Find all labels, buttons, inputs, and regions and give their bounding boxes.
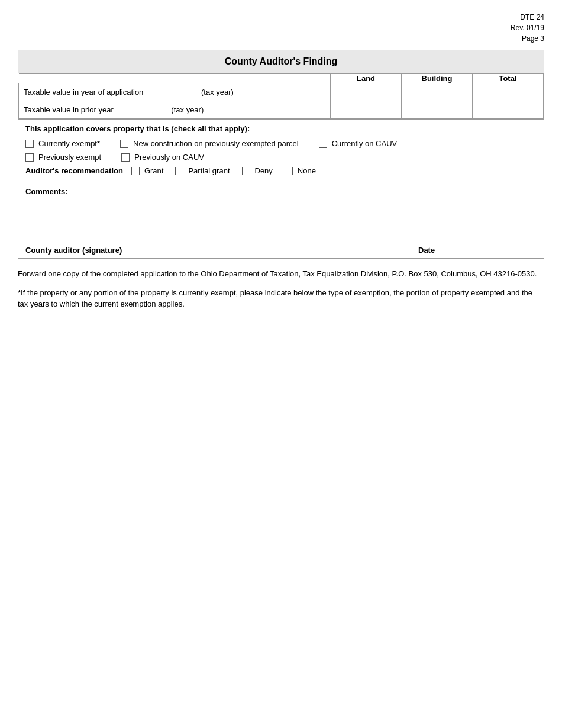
- footer-paragraph-2: *If the property or any portion of the p…: [18, 287, 544, 310]
- new-construction-checkbox[interactable]: [120, 140, 128, 148]
- currently-on-cauv-checkbox[interactable]: [319, 140, 327, 148]
- previously-exempt-label: Previously exempt: [38, 153, 101, 162]
- footer-paragraph-1: Forward one copy of the completed applic…: [18, 268, 544, 280]
- currently-exempt-checkbox[interactable]: [25, 140, 34, 148]
- none-checkbox[interactable]: [285, 167, 293, 175]
- county-auditor-label: County auditor (signature): [25, 246, 191, 255]
- currently-exempt-label: Currently exempt*: [38, 139, 100, 148]
- signature-row: County auditor (signature) Date: [18, 240, 544, 258]
- partial-grant-checkbox[interactable]: [175, 167, 183, 175]
- currently-on-cauv-label: Currently on CAUV: [332, 139, 398, 148]
- previously-on-cauv-checkbox[interactable]: [121, 153, 130, 162]
- form-title: County Auditor's Finding: [18, 50, 544, 73]
- county-auditor-signature: County auditor (signature): [25, 244, 191, 255]
- comments-area[interactable]: [25, 199, 537, 235]
- row2-land[interactable]: [331, 101, 402, 119]
- property-section: This application covers property that is…: [18, 119, 544, 182]
- deny-checkbox[interactable]: [242, 167, 250, 175]
- date-field: Date: [418, 244, 537, 255]
- row2-total[interactable]: [473, 101, 544, 119]
- previously-exempt-checkbox[interactable]: [25, 153, 34, 162]
- row1-total[interactable]: [473, 83, 544, 101]
- grant-label: Grant: [144, 166, 164, 175]
- checkbox-row-1: Currently exempt* New construction on pr…: [25, 139, 537, 148]
- none-label: None: [298, 166, 316, 175]
- recommendation-label: Auditor's recommendation: [25, 166, 123, 175]
- date-label: Date: [418, 246, 537, 255]
- comments-label: Comments:: [25, 187, 68, 196]
- new-construction-label: New construction on previously exempted …: [133, 139, 299, 148]
- row2-label: Taxable value in prior year (tax year): [19, 101, 331, 119]
- row1-land[interactable]: [331, 83, 402, 101]
- checkbox-row-2: Previously exempt Previously on CAUV: [25, 153, 537, 162]
- grant-checkbox[interactable]: [131, 167, 140, 175]
- comments-section: Comments:: [18, 182, 544, 240]
- footer: Forward one copy of the completed applic…: [18, 268, 544, 310]
- row2-building[interactable]: [402, 101, 473, 119]
- property-heading: This application covers property that is…: [25, 124, 250, 133]
- values-table: Land Building Total Taxable value in yea…: [18, 73, 544, 119]
- total-header: Total: [473, 74, 544, 83]
- main-form-box: County Auditor's Finding Land Building T…: [18, 50, 544, 259]
- row1-label: Taxable value in year of application (ta…: [19, 83, 331, 101]
- recommendation-row: Auditor's recommendation Grant Partial g…: [25, 166, 537, 175]
- page-reference: DTE 24 Rev. 01/19 Page 3: [18, 12, 544, 44]
- deny-label: Deny: [255, 166, 273, 175]
- building-header: Building: [402, 74, 473, 83]
- partial-grant-label: Partial grant: [188, 166, 230, 175]
- row1-building[interactable]: [402, 83, 473, 101]
- previously-on-cauv-label: Previously on CAUV: [134, 153, 204, 162]
- land-header: Land: [331, 74, 402, 83]
